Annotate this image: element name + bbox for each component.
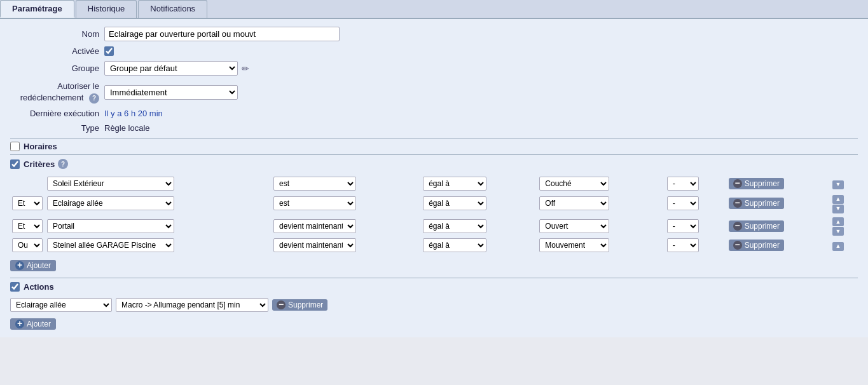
activee-row: Activée — [10, 46, 858, 56]
table-row: Et Ou Eclairage allée est — [10, 192, 858, 215]
actions-header: Actions — [10, 278, 858, 294]
plus-icon: + — [15, 320, 24, 328]
down-arrow-1[interactable]: ▼ — [832, 205, 844, 213]
nom-input[interactable] — [104, 27, 340, 41]
connector-select-2[interactable]: Et Ou — [12, 219, 43, 233]
down-arrow-0[interactable]: ▼ — [832, 180, 844, 189]
horaires-section: Horaires — [10, 138, 858, 154]
minus-icon: − — [733, 241, 742, 250]
connector-select-3[interactable]: Ou Et — [12, 238, 43, 252]
compare-select-0[interactable]: égal à — [423, 177, 486, 191]
tabs-bar: Paramétrage Historique Notifications — [0, 0, 868, 19]
device-select-0[interactable]: Soleil Extérieur — [47, 177, 174, 191]
actions-title: Actions — [24, 282, 54, 292]
criteres-title: Critères — [24, 159, 55, 169]
groupe-label: Groupe — [10, 64, 99, 73]
up-arrow-2[interactable]: ▲ — [832, 217, 844, 226]
arrow-group-3: ▲ — [832, 242, 844, 251]
criteria-table: Soleil Extérieur est égal à — [10, 175, 858, 253]
type-label: Type — [10, 123, 99, 133]
extra-select-1[interactable]: - — [667, 196, 699, 210]
down-arrow-2[interactable]: ▼ — [832, 227, 844, 236]
action-row-0: Eclairage allée Macro -> Allumage pendan… — [10, 298, 858, 312]
delete-button-1[interactable]: − Supprimer — [729, 198, 784, 209]
extra-select-2[interactable]: - — [667, 219, 699, 233]
device-select-2[interactable]: Portail — [47, 219, 174, 233]
up-arrow-3[interactable]: ▲ — [832, 242, 844, 251]
arrow-group-1: ▲ ▼ — [832, 195, 844, 213]
arrow-group-2: ▲ ▼ — [832, 217, 844, 236]
derniere-label: Dernière exécution — [10, 109, 99, 118]
operator-select-3[interactable]: devient maintenant — [273, 238, 356, 252]
minus-icon: − — [733, 222, 742, 231]
compare-select-3[interactable]: égal à — [423, 238, 486, 252]
delete-button-3[interactable]: − Supprimer — [729, 240, 784, 251]
horaires-title: Horaires — [24, 142, 57, 151]
table-row: Soleil Extérieur est égal à — [10, 175, 858, 192]
activee-checkbox[interactable] — [104, 46, 114, 56]
value-select-2[interactable]: Ouvert — [539, 219, 609, 233]
actions-add-button[interactable]: + Ajouter — [10, 318, 56, 330]
criteres-header: Critères ? — [10, 154, 858, 172]
criteres-add-button[interactable]: + Ajouter — [10, 260, 56, 271]
delete-button-2[interactable]: − Supprimer — [729, 220, 784, 232]
horaires-checkbox[interactable] — [10, 142, 20, 151]
derniere-row: Dernière exécution Il y a 6 h 20 min — [10, 109, 858, 118]
table-row: Et Ou Portail devient maintenant — [10, 215, 858, 238]
delete-button-0[interactable]: − Supprimer — [729, 178, 784, 189]
derniere-value: Il y a 6 h 20 min — [104, 109, 163, 118]
operator-select-1[interactable]: est — [273, 196, 356, 210]
groupe-select[interactable]: Groupe par défaut — [104, 61, 238, 76]
value-select-1[interactable]: Off — [539, 196, 609, 210]
connector-select-1[interactable]: Et Ou — [12, 196, 43, 210]
operator-select-2[interactable]: devient maintenant — [273, 219, 356, 233]
nom-label: Nom — [10, 29, 99, 39]
table-row: Ou Et Steinel allée GARAGE Piscine devie… — [10, 237, 858, 253]
value-select-3[interactable]: Mouvement — [539, 238, 609, 252]
type-value: Règle locale — [104, 123, 150, 133]
plus-icon: + — [15, 261, 24, 270]
autoriser-row: Autoriser le redéclenchement ? Immédiate… — [10, 81, 858, 104]
operator-select-0[interactable]: est — [273, 177, 356, 191]
compare-select-2[interactable]: égal à — [423, 219, 486, 233]
action-macro-select-0[interactable]: Macro -> Allumage pendant [5] min — [116, 298, 268, 312]
groupe-row: Groupe Groupe par défaut ✏ — [10, 61, 858, 76]
minus-icon: − — [277, 301, 286, 309]
extra-select-0[interactable]: - — [667, 177, 699, 191]
criteres-section: Critères ? Soleil Extérieur est — [10, 154, 858, 271]
device-select-3[interactable]: Steinel allée GARAGE Piscine — [47, 238, 174, 252]
device-select-1[interactable]: Eclairage allée — [47, 196, 174, 210]
tab-parametrage[interactable]: Paramétrage — [0, 0, 74, 18]
minus-icon: − — [733, 179, 742, 188]
arrow-group-0: ▼ — [832, 180, 844, 189]
edit-groupe-icon[interactable]: ✏ — [242, 64, 249, 74]
actions-checkbox[interactable] — [10, 282, 20, 292]
action-delete-button-0[interactable]: − Supprimer — [272, 299, 327, 311]
autoriser-select[interactable]: Immédiatement — [104, 85, 238, 100]
actions-section: Actions Eclairage allée Macro -> Allumag… — [10, 278, 858, 330]
value-select-0[interactable]: Couché — [539, 177, 609, 191]
autoriser-label: Autoriser le redéclenchement ? — [10, 81, 99, 104]
main-content: Nom Activée Groupe Groupe par défaut ✏ A… — [0, 19, 868, 337]
type-row: Type Règle locale — [10, 123, 858, 133]
activee-label: Activée — [10, 46, 99, 56]
criteres-checkbox[interactable] — [10, 159, 20, 169]
tab-notifications[interactable]: Notifications — [138, 0, 207, 18]
up-arrow-1[interactable]: ▲ — [832, 195, 844, 204]
help-icon[interactable]: ? — [89, 93, 99, 104]
action-device-select-0[interactable]: Eclairage allée — [10, 298, 112, 312]
compare-select-1[interactable]: égal à — [423, 196, 486, 210]
nom-row: Nom — [10, 27, 858, 41]
minus-icon: − — [733, 199, 742, 208]
extra-select-3[interactable]: - — [667, 238, 699, 252]
tab-historique[interactable]: Historique — [76, 0, 137, 18]
criteres-help-icon[interactable]: ? — [58, 159, 68, 169]
